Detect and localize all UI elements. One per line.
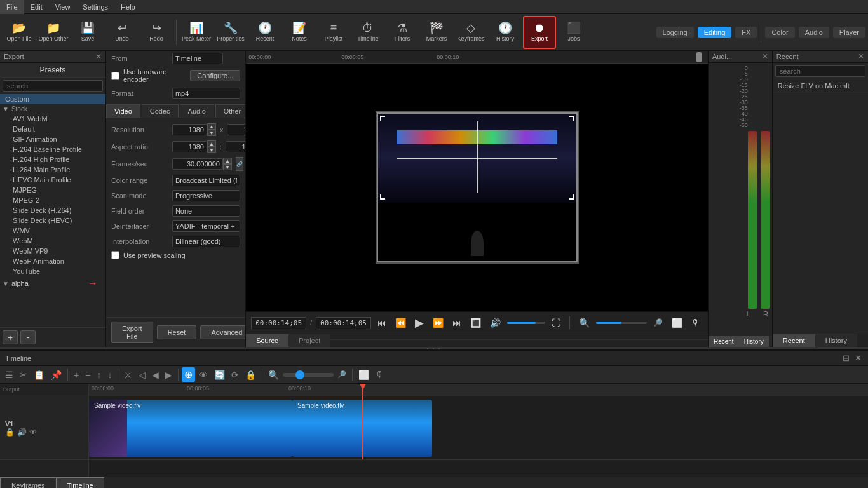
- from-select[interactable]: Timeline: [172, 53, 223, 64]
- track-eye-btn[interactable]: 👁: [29, 428, 37, 437]
- history-tab-audio[interactable]: History: [739, 336, 769, 347]
- fps-up[interactable]: ▲: [223, 158, 232, 164]
- preset-webm[interactable]: WebM: [0, 236, 105, 246]
- step-back-start-button[interactable]: ⏮: [375, 316, 389, 329]
- play-button[interactable]: ▶: [412, 315, 426, 331]
- source-tab[interactable]: Source: [246, 334, 288, 347]
- fullscreen-button[interactable]: ⛶: [549, 316, 563, 329]
- scanmode-select[interactable]: Progressive: [172, 190, 240, 201]
- filters-button[interactable]: ⚗ Filters: [386, 16, 419, 49]
- tl-paste-btn[interactable]: 📌: [48, 369, 64, 381]
- advanced-button[interactable]: Advanced: [200, 325, 246, 339]
- preset-slide-h264[interactable]: Slide Deck (H.264): [0, 205, 105, 215]
- recent-button[interactable]: 🕐 Recent: [248, 16, 281, 49]
- preset-mjpeg[interactable]: MJPEG: [0, 185, 105, 195]
- tab-codec[interactable]: Codec: [142, 104, 179, 118]
- format-select[interactable]: mp4: [172, 88, 240, 99]
- deinterlace-select[interactable]: YADIF - temporal + spatial (best): [172, 220, 240, 232]
- peak-meter-button[interactable]: 📊 Peak Meter: [180, 16, 213, 49]
- save-button[interactable]: 💾 Save: [71, 16, 104, 49]
- volume-button[interactable]: 🔊: [487, 316, 503, 329]
- tl-next-btn[interactable]: ▶: [163, 369, 175, 381]
- tl-full-zoom-btn[interactable]: ⬜: [356, 369, 372, 381]
- tl-lock-btn[interactable]: 🔒: [243, 369, 259, 381]
- tl-mic-btn[interactable]: 🎙: [373, 369, 387, 381]
- tab-other[interactable]: Other: [215, 104, 246, 118]
- preset-wmv[interactable]: WMV: [0, 226, 105, 236]
- tl-down-btn[interactable]: ↓: [105, 369, 114, 381]
- recent-search-input[interactable]: [775, 65, 865, 77]
- menu-file[interactable]: File: [0, 0, 24, 14]
- reset-button[interactable]: Reset: [157, 325, 197, 339]
- hw-encoder-checkbox[interactable]: [111, 72, 119, 80]
- tl-ripple2-btn[interactable]: ⟳: [229, 369, 241, 381]
- tl-ripple-btn[interactable]: 👁: [196, 369, 210, 381]
- menu-view[interactable]: View: [49, 0, 77, 14]
- prev-frame-button[interactable]: ⏪: [393, 316, 409, 329]
- fx-mode-button[interactable]: FX: [735, 27, 757, 38]
- timeline-collapse-btn[interactable]: ⊟: [841, 352, 851, 364]
- history-button[interactable]: 🕐 History: [489, 16, 522, 49]
- audio-submode-button[interactable]: Audio: [799, 27, 829, 38]
- zoom-in-button[interactable]: 🔎: [651, 317, 665, 329]
- tl-cut-btn[interactable]: ✂: [17, 369, 30, 381]
- volume-slider[interactable]: [507, 322, 545, 324]
- keyframes-button[interactable]: ◇ Keyframes: [454, 16, 487, 49]
- preset-av1-webm[interactable]: AV1 WebM: [0, 114, 105, 124]
- configure-button[interactable]: Configure...: [190, 70, 240, 81]
- aspect-w-up[interactable]: ▲: [207, 140, 216, 147]
- toggle-zoom-button[interactable]: 🔳: [468, 316, 484, 329]
- aspect-w-down[interactable]: ▼: [207, 147, 216, 153]
- colorrange-select[interactable]: Broadcast Limited (MPEG): [172, 175, 240, 186]
- export-button[interactable]: ⏺ Export: [523, 16, 556, 49]
- step-end-button[interactable]: ⏭: [450, 316, 464, 329]
- resolution-w-down[interactable]: ▼: [207, 130, 216, 136]
- preset-webp-animation[interactable]: WebP Animation: [0, 256, 105, 266]
- track-lock-btn[interactable]: 🔒: [5, 428, 15, 437]
- remove-preset-button[interactable]: -: [20, 330, 36, 344]
- timeline-close-btn[interactable]: ✕: [853, 352, 863, 364]
- tl-split-btn[interactable]: ⚔: [121, 369, 135, 381]
- tab-video[interactable]: Video: [106, 104, 140, 118]
- resolution-w-input[interactable]: [172, 124, 207, 135]
- preset-slide-hevc[interactable]: Slide Deck (HEVC): [0, 215, 105, 226]
- resolution-h-input[interactable]: [227, 124, 246, 135]
- preset-h264-main[interactable]: H.264 Main Profile: [0, 165, 105, 175]
- tl-select-btn[interactable]: ⊕: [182, 367, 195, 382]
- tl-prev-btn[interactable]: ◀: [149, 369, 161, 381]
- tl-zoom-in-btn[interactable]: 🔎: [335, 369, 349, 380]
- zoom-slider-preview[interactable]: [596, 322, 647, 324]
- export-panel-close[interactable]: ✕: [95, 52, 102, 61]
- next-frame-button[interactable]: ⏩: [430, 316, 446, 329]
- preset-webm-vp9[interactable]: WebM VP9: [0, 246, 105, 256]
- add-preset-button[interactable]: +: [3, 330, 18, 344]
- fps-down[interactable]: ▼: [223, 164, 232, 170]
- project-tab[interactable]: Project: [288, 334, 330, 347]
- fit-button[interactable]: ⬜: [669, 316, 685, 329]
- tl-loop-btn[interactable]: 🔄: [212, 369, 227, 381]
- properties-button[interactable]: 🔧 Proper ties: [214, 16, 247, 49]
- tab-audio[interactable]: Audio: [180, 104, 214, 118]
- tl-zoom-slider[interactable]: [283, 373, 334, 377]
- preset-default[interactable]: Default: [0, 124, 105, 134]
- preset-stock-group[interactable]: ▼ Stock: [0, 104, 105, 114]
- preset-hevc-main[interactable]: HEVC Main Profile: [0, 175, 105, 185]
- menu-settings[interactable]: Settings: [76, 0, 114, 14]
- fps-input[interactable]: [172, 158, 223, 170]
- playlist-button[interactable]: ≡ Playlist: [317, 16, 350, 49]
- tl-zoom-out-btn[interactable]: 🔍: [266, 369, 281, 381]
- preset-custom[interactable]: Custom: [0, 94, 105, 104]
- undo-button[interactable]: ↩ Undo: [105, 16, 139, 49]
- open-other-button[interactable]: 📁 Open Other: [37, 16, 70, 49]
- preset-youtube[interactable]: YouTube: [0, 266, 105, 276]
- tl-up-btn[interactable]: ↑: [94, 369, 104, 381]
- mic-button[interactable]: 🎙: [689, 316, 703, 329]
- recent-tab-btn[interactable]: Recent: [773, 334, 815, 347]
- presets-search-input[interactable]: [3, 80, 103, 92]
- menu-edit[interactable]: Edit: [24, 0, 49, 14]
- tl-snap-btn[interactable]: ◁: [136, 369, 148, 381]
- recent-tab-audio[interactable]: Recent: [709, 336, 739, 347]
- logging-mode-button[interactable]: Logging: [656, 27, 694, 38]
- jobs-button[interactable]: ⬛ Jobs: [557, 16, 590, 49]
- color-submode-button[interactable]: Color: [765, 27, 794, 38]
